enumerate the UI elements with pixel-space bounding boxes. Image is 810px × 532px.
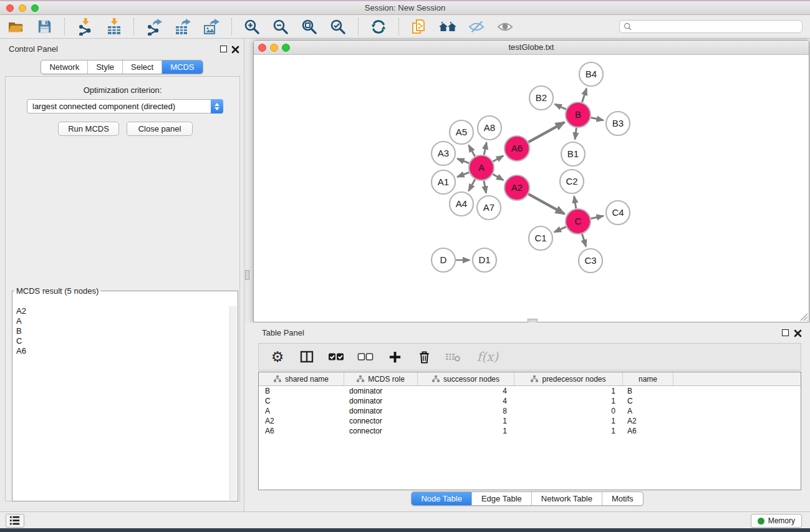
add-row-icon[interactable]	[385, 347, 405, 367]
search-field[interactable]	[619, 20, 803, 33]
settings-gear-icon[interactable]: ⚙	[268, 347, 287, 367]
graph-edge-A2-C[interactable]	[528, 194, 564, 214]
mcds-result-list: A2ABCA6	[13, 306, 229, 500]
result-item[interactable]: A6	[13, 346, 229, 356]
minimize-window-button[interactable]	[19, 4, 26, 12]
graph-edge-C-C2[interactable]	[574, 196, 576, 209]
graph-edge-A-A2[interactable]	[493, 174, 503, 180]
deselect-all-icon[interactable]	[355, 347, 375, 367]
column-header-successor-nodes[interactable]: successor nodes	[418, 372, 514, 385]
network-canvas[interactable]: B4B2BB3B1A5A8A6A3AA1A2A4A7C2C4CC1C3DD1	[254, 55, 809, 322]
table-row[interactable]: A6connector11A6	[259, 426, 801, 436]
column-header-predecessor-nodes[interactable]: predecessor nodes	[514, 372, 623, 385]
float-panel-icon[interactable]	[220, 46, 227, 52]
tab-style[interactable]: Style	[88, 60, 123, 74]
graph-edge-C-C1[interactable]	[554, 227, 566, 233]
memory-button[interactable]: Memory	[751, 514, 802, 528]
graph-edge-B-B2[interactable]	[555, 104, 566, 109]
table-row[interactable]: Bdominator41B	[259, 386, 801, 396]
tab-network-table[interactable]: Network Table	[532, 492, 602, 505]
table-row[interactable]: A2connector11A2	[259, 416, 801, 426]
refresh-icon[interactable]	[369, 17, 388, 36]
graph-edge-A-A7[interactable]	[484, 181, 486, 193]
criterion-dropdown[interactable]: largest connected component (directed)	[27, 99, 223, 114]
result-item[interactable]: C	[13, 336, 229, 346]
float-table-panel-icon[interactable]	[782, 329, 789, 336]
table-row[interactable]: Cdominator41C	[259, 396, 801, 406]
graph-node-label-B2: B2	[536, 92, 547, 103]
table-cell: A2	[259, 416, 344, 426]
hide-selected-icon[interactable]	[467, 17, 486, 36]
zoom-in-icon[interactable]	[243, 17, 261, 36]
network-window-controls	[258, 44, 290, 52]
task-history-button[interactable]	[6, 514, 24, 528]
graph-edge-C-C4[interactable]	[591, 216, 604, 218]
column-type-icon	[531, 375, 538, 382]
tab-edge-table[interactable]: Edge Table	[472, 492, 532, 505]
new-network-from-selection-icon[interactable]	[410, 17, 428, 36]
zoom-fit-icon[interactable]	[300, 17, 319, 36]
tab-node-table[interactable]: Node Table	[412, 492, 472, 505]
export-network-icon[interactable]	[145, 17, 163, 36]
select-all-icon[interactable]	[326, 347, 346, 367]
network-view-window: testGlobe.txt B4B2BB3B1A5A8A6A3AA1A2A4A7…	[253, 40, 809, 322]
column-header-MCDS-role[interactable]: MCDS role	[344, 372, 418, 385]
zoom-out-icon[interactable]	[271, 17, 290, 36]
result-item[interactable]: B	[13, 326, 229, 336]
close-panel-icon[interactable]	[231, 45, 239, 53]
splitter-grip-vertical[interactable]	[245, 270, 249, 280]
export-image-icon[interactable]	[202, 17, 221, 36]
run-mcds-button[interactable]: Run MCDS	[58, 122, 119, 136]
graph-edge-A-A3[interactable]	[458, 159, 470, 163]
toolbar-separator	[358, 18, 359, 36]
close-table-panel-icon[interactable]	[794, 329, 802, 337]
control-panel-title: Control Panel	[9, 44, 58, 54]
graph-edge-A-A1[interactable]	[458, 172, 470, 177]
result-item[interactable]: A	[13, 316, 229, 326]
main-area: Control Panel NetworkStyleSelectMCDS Opt…	[0, 39, 810, 511]
graph-edge-A-A8[interactable]	[484, 143, 486, 155]
close-panel-button[interactable]: Close panel	[127, 122, 193, 136]
tab-mcds[interactable]: MCDS	[162, 60, 202, 74]
function-builder-icon[interactable]: f(x)	[473, 347, 503, 367]
result-scrollbar[interactable]	[229, 306, 237, 500]
close-window-button[interactable]	[6, 4, 14, 12]
graph-edge-B-B4[interactable]	[582, 89, 587, 102]
zoom-selected-icon[interactable]	[329, 17, 347, 36]
column-header-name[interactable]: name	[623, 372, 673, 385]
first-neighbors-icon[interactable]	[438, 17, 457, 36]
import-table-icon[interactable]	[104, 17, 123, 36]
table-cell: 1	[514, 426, 623, 436]
show-all-icon[interactable]	[496, 17, 514, 36]
graph-node-label-C3: C3	[584, 255, 596, 266]
tab-network[interactable]: Network	[41, 60, 88, 74]
show-columns-icon[interactable]	[297, 347, 317, 367]
graph-edge-A-A5[interactable]	[469, 145, 475, 157]
zoom-window-button[interactable]	[31, 4, 39, 12]
resize-grip-icon[interactable]	[800, 313, 808, 321]
save-session-icon[interactable]	[35, 17, 54, 36]
zoom-network-window-button[interactable]	[282, 44, 290, 52]
column-header-shared-name[interactable]: shared name	[259, 372, 344, 385]
graph-edge-B-B3[interactable]	[591, 118, 604, 120]
minimize-network-window-button[interactable]	[270, 44, 278, 52]
import-network-icon[interactable]	[75, 17, 94, 36]
control-panel-tabs: NetworkStyleSelectMCDS	[41, 60, 203, 74]
search-input[interactable]	[634, 22, 798, 31]
close-network-window-button[interactable]	[258, 44, 266, 52]
window-controls	[6, 4, 39, 12]
delete-table-icon[interactable]	[443, 347, 463, 367]
graph-edge-C-C3[interactable]	[582, 234, 586, 246]
graph-edge-A-A6[interactable]	[493, 156, 503, 162]
tab-select[interactable]: Select	[123, 60, 162, 74]
graph-edge-A6-B[interactable]	[528, 122, 564, 142]
table-row[interactable]: Adominator80A	[259, 406, 801, 416]
graph-edge-A-A4[interactable]	[469, 179, 475, 191]
tab-motifs[interactable]: Motifs	[602, 492, 643, 505]
result-item[interactable]: A2	[13, 306, 229, 316]
table-cell: C	[259, 396, 344, 406]
export-table-icon[interactable]	[173, 17, 192, 36]
delete-row-icon[interactable]	[414, 347, 434, 367]
open-session-icon[interactable]	[6, 17, 25, 36]
graph-edge-B-B1[interactable]	[575, 128, 576, 139]
